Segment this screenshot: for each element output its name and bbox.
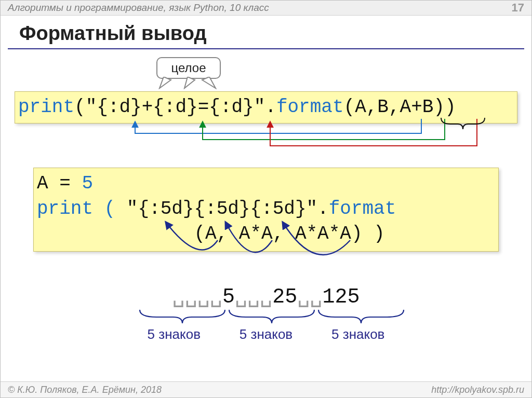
- sign-b: 5 знаков: [222, 326, 310, 342]
- footer-url: http://kpolyakov.spb.ru: [431, 385, 524, 395]
- title-rule: [8, 48, 524, 49]
- token-print: print: [18, 97, 74, 118]
- footer-bar: © К.Ю. Поляков, Е.А. Ерёмин, 2018 http:/…: [1, 381, 531, 397]
- c2-l1a: A =: [37, 173, 82, 194]
- sign-a: 5 знаков: [130, 326, 218, 342]
- token-format: format: [276, 97, 344, 118]
- page-title: Форматный вывод: [19, 22, 207, 45]
- out-v1: 5: [222, 285, 235, 309]
- header-subject: Алгоритмы и программирование, язык Pytho…: [8, 2, 269, 13]
- c2-dot: .: [317, 198, 329, 219]
- callout-text: целое: [171, 61, 206, 75]
- footer-copyright: © К.Ю. Поляков, Е.А. Ерёмин, 2018: [8, 385, 162, 395]
- c2-fmt: "{:5d}{:5d}{:5d}": [127, 198, 317, 219]
- page-number: 17: [512, 1, 524, 15]
- token-fmtstr: "{:d}+{:d}={:d}": [86, 97, 265, 118]
- token-args: (A,B,A+B)): [344, 97, 456, 118]
- sign-c: 5 знаков: [314, 326, 402, 342]
- space-marker: ␣␣␣: [235, 285, 272, 309]
- code-block-2: A = 5 print ( "{:5d}{:5d}{:5d}".format (…: [33, 168, 499, 252]
- callout-tails-icon: [157, 77, 220, 89]
- c2-format: format: [329, 198, 396, 219]
- sign-labels: 5 знаков 5 знаков 5 знаков: [1, 326, 531, 342]
- output-braces: [1, 308, 532, 328]
- c2-print: print (: [37, 198, 127, 219]
- underbrace-a-plus-b: [440, 117, 486, 132]
- out-v2: 25: [272, 285, 297, 309]
- token-dot: .: [265, 97, 276, 118]
- header-bar: Алгоритмы и программирование, язык Pytho…: [1, 1, 531, 16]
- token-open: (: [74, 97, 86, 118]
- output-line: ␣␣␣␣5␣␣␣25␣␣125: [1, 283, 531, 309]
- c2-l1b: 5: [82, 173, 93, 194]
- c2-l3: (A, A*A, A*A*A) ): [37, 223, 385, 244]
- space-marker: ␣␣␣␣: [172, 285, 222, 309]
- out-v3: 125: [322, 285, 360, 309]
- slide: Алгоритмы и программирование, язык Pytho…: [0, 0, 532, 398]
- space-marker: ␣␣: [297, 285, 322, 309]
- callout-integer: целое: [156, 57, 221, 79]
